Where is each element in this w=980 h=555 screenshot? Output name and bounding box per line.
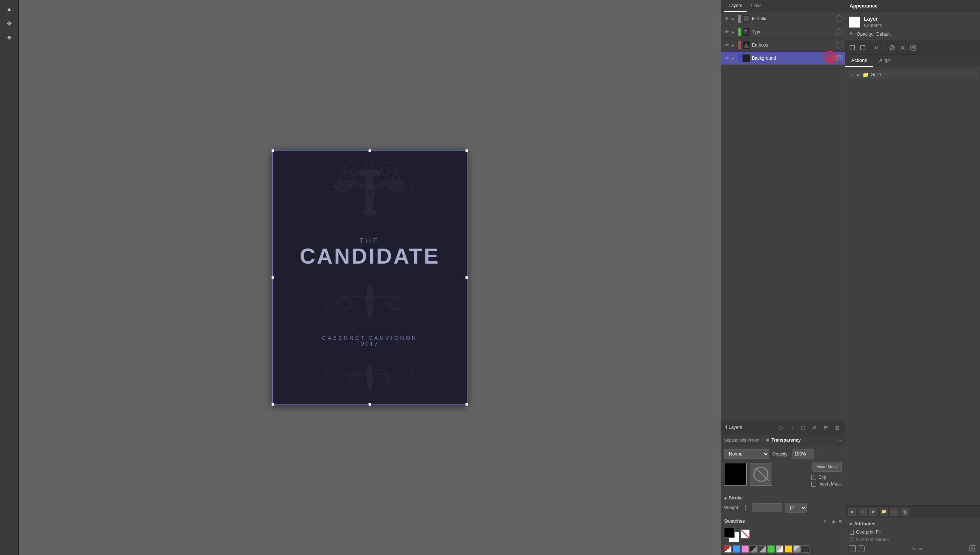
- mask-thumb-black[interactable]: [724, 463, 747, 486]
- layer-arrow-background[interactable]: ▶: [732, 56, 737, 61]
- app-tool-clear[interactable]: [898, 43, 907, 52]
- stroke-dropdown[interactable]: pt px mm: [785, 503, 807, 513]
- handle-mr[interactable]: [465, 276, 468, 279]
- actions-content: ✓ ▶ 📁 Set 1: [845, 67, 980, 505]
- layer-target-type[interactable]: [836, 29, 842, 35]
- app-tool-settings[interactable]: [909, 43, 917, 52]
- swatch-black-pattern[interactable]: [802, 545, 810, 553]
- attr-web-icon[interactable]: [969, 545, 976, 552]
- appearance-eye-icon[interactable]: 👁: [849, 31, 854, 37]
- act-btn-new-action[interactable]: +: [890, 508, 898, 516]
- stroke-stepper[interactable]: ▲ ▼: [742, 503, 749, 513]
- opacity-input[interactable]: [792, 449, 814, 459]
- tab-layers[interactable]: Layers: [724, 0, 747, 12]
- app-tool-none-icon[interactable]: [888, 43, 896, 52]
- appearance-contents-label: Contents: [864, 23, 882, 28]
- layer-eye-emboss[interactable]: 👁: [723, 42, 730, 48]
- tab-align[interactable]: Align: [873, 55, 896, 67]
- invert-label: Invert Mask: [818, 481, 842, 487]
- layer-arrow-metallic[interactable]: ▶: [732, 17, 737, 21]
- svg-rect-37: [850, 45, 855, 50]
- swatch-gray[interactable]: [759, 545, 766, 553]
- opacity-arrow[interactable]: ›: [817, 452, 818, 456]
- swatch-cyan[interactable]: [733, 545, 740, 553]
- layer-target-metallic[interactable]: [836, 15, 842, 22]
- act-btn-stop[interactable]: ■: [848, 508, 856, 516]
- layer-target-background[interactable]: [827, 54, 835, 63]
- toolbar-scroll-up[interactable]: ▲: [3, 3, 15, 15]
- overprint-fill-checkbox[interactable]: [849, 530, 854, 535]
- layer-row-type[interactable]: 👁 ▶ T Type: [721, 26, 845, 38]
- layers-delete-icon[interactable]: 🗑: [833, 423, 841, 431]
- layer-target-emboss[interactable]: [836, 42, 842, 48]
- handle-bl[interactable]: [271, 403, 274, 406]
- layer-eye-type[interactable]: 👁: [723, 29, 730, 35]
- layer-row-background[interactable]: 👁 ▶ Background: [721, 52, 845, 65]
- invert-checkbox[interactable]: [811, 482, 816, 487]
- handle-tc[interactable]: [368, 149, 371, 152]
- layers-move-icon[interactable]: ⇄: [810, 423, 818, 431]
- layer-eye-metallic[interactable]: 👁: [723, 15, 730, 22]
- sep-menu-icon[interactable]: ≡: [839, 437, 842, 443]
- swatch-none-icon[interactable]: [741, 529, 751, 540]
- action-set-row[interactable]: ✓ ▶ 📁 Set 1: [848, 70, 977, 79]
- swatch-silver[interactable]: [793, 545, 801, 553]
- handle-tl[interactable]: [271, 149, 274, 152]
- app-tool-fx[interactable]: fx.: [873, 43, 882, 52]
- handle-br[interactable]: [465, 403, 468, 406]
- attr-arrows-left-icon[interactable]: ⇐: [912, 546, 916, 552]
- blend-mode-select[interactable]: Normal: [724, 449, 769, 459]
- attr-square-icon[interactable]: [849, 545, 856, 552]
- layers-merge-icon[interactable]: ⊞: [821, 423, 830, 431]
- swatch-redwhite[interactable]: [724, 545, 732, 553]
- layer-color-emboss: [738, 41, 741, 49]
- swatch-darkgray[interactable]: [750, 545, 758, 553]
- swatch-lightgray[interactable]: [776, 545, 784, 553]
- swatch-pink[interactable]: [741, 545, 749, 553]
- swatch-list-view[interactable]: ≡: [821, 517, 828, 525]
- stroke-diamond-icon: ◆: [724, 496, 727, 500]
- toolbar-extra-tool[interactable]: ♣: [3, 32, 15, 43]
- svg-point-5: [351, 167, 358, 175]
- attr-arrows-right-icon[interactable]: ⇒: [918, 546, 922, 552]
- transparency-content: Normal Opacity: › Make Mask Clip: [721, 446, 845, 492]
- layer-arrow-type[interactable]: ▶: [732, 30, 737, 34]
- app-tool-rounded-rect[interactable]: [859, 43, 867, 52]
- swatch-grid-view[interactable]: ⊞: [830, 517, 837, 525]
- tab-links[interactable]: Links: [747, 0, 766, 12]
- stroke-menu-icon[interactable]: ≡: [839, 495, 842, 500]
- swatch-green[interactable]: [767, 545, 775, 553]
- layer-lock-background[interactable]: [837, 55, 842, 61]
- swatches-menu-icon[interactable]: ≡: [839, 518, 842, 524]
- layer-eye-background[interactable]: 👁: [723, 55, 730, 62]
- clip-checkbox[interactable]: [811, 475, 816, 480]
- layers-export-icon[interactable]: ⬡: [776, 423, 785, 431]
- swatch-fg-bg[interactable]: [724, 527, 739, 542]
- action-set-arrow[interactable]: ▶: [857, 73, 860, 77]
- app-tool-rect[interactable]: [848, 43, 856, 52]
- stroke-weight-input[interactable]: [752, 503, 782, 512]
- act-btn-delete[interactable]: 🗑: [901, 508, 909, 516]
- layers-new-layer-icon[interactable]: ⬚: [799, 423, 807, 431]
- make-mask-button[interactable]: Make Mask: [812, 462, 842, 472]
- act-btn-play[interactable]: ▶: [869, 508, 877, 516]
- layers-search-icon[interactable]: ⌕: [787, 423, 796, 431]
- layer-row-emboss[interactable]: 👁 ▶ Emboss: [721, 38, 845, 52]
- layer-row-metallic[interactable]: 👁 ▶ Metallic: [721, 13, 845, 26]
- layer-arrow-emboss[interactable]: ▶: [732, 43, 737, 47]
- layer-color-background: [738, 54, 741, 63]
- act-btn-new-set[interactable]: 📁: [880, 508, 888, 516]
- handle-bc[interactable]: [368, 403, 371, 406]
- handle-tr[interactable]: [465, 149, 468, 152]
- mask-thumb-no[interactable]: [750, 463, 772, 486]
- transparency-masks-row: Make Mask Clip Invert Mask: [724, 462, 842, 487]
- handle-ml[interactable]: [271, 276, 274, 279]
- layers-panel-menu[interactable]: ≡: [833, 0, 842, 12]
- act-btn-record[interactable]: ●: [859, 508, 867, 516]
- toolbar-move-tool[interactable]: ✥: [3, 17, 15, 29]
- tab-actions[interactable]: Actions: [845, 55, 873, 67]
- swatch-yellow[interactable]: [785, 545, 792, 553]
- overprint-stroke-checkbox[interactable]: [849, 537, 854, 542]
- swatch-fg-square: [724, 527, 735, 538]
- attr-rounded-icon[interactable]: [858, 545, 864, 552]
